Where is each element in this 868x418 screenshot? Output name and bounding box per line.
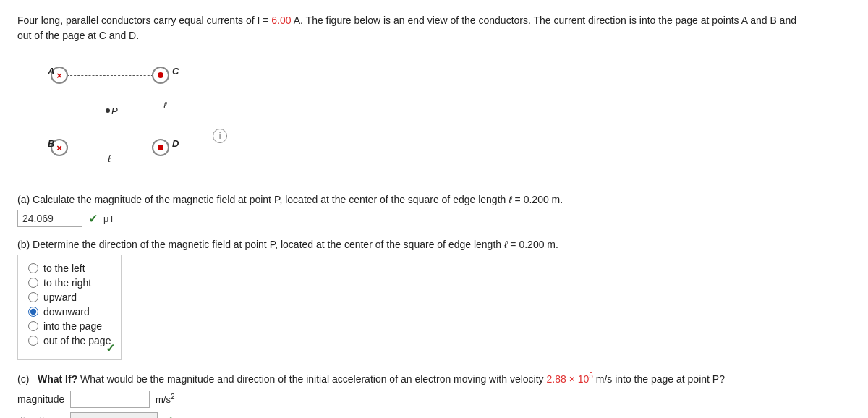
point-p-dot xyxy=(106,108,110,113)
label-c: C xyxy=(172,66,179,77)
magnitude-row: magnitude m/s2 xyxy=(17,391,851,408)
info-icon[interactable]: i xyxy=(213,129,227,143)
point-p-label: P xyxy=(111,106,118,116)
part-c-bold-label: What If? xyxy=(38,373,77,385)
part-b-options: to the left to the right upward downward… xyxy=(17,255,122,360)
part-a-checkmark: ✓ xyxy=(88,212,98,226)
part-a: (a) Calculate the magnitude of the magne… xyxy=(17,194,851,227)
magnitude-input[interactable] xyxy=(70,391,150,408)
magnitude-unit: m/s2 xyxy=(156,393,175,405)
node-d xyxy=(152,139,169,156)
part-a-unit: μT xyxy=(103,213,114,224)
part-c: (c) What If? What would be the magnitude… xyxy=(17,372,851,418)
into-page-icon-a: × xyxy=(56,70,62,81)
h-line-bot xyxy=(67,148,161,148)
option-out-of-page[interactable]: out of the page xyxy=(28,335,111,346)
problem-description: Four long, parallel conductors carry equ… xyxy=(17,13,813,43)
v-line-right xyxy=(161,75,161,148)
option-upward[interactable]: upward xyxy=(28,291,111,303)
part-a-input[interactable] xyxy=(17,210,82,227)
option-into-page[interactable]: into the page xyxy=(28,320,111,332)
h-line-top xyxy=(67,75,161,76)
velocity-exp-power: 5 xyxy=(589,372,593,380)
part-c-question: (c) What If? What would be the magnitude… xyxy=(17,372,851,385)
part-b-checkmark: ✓ xyxy=(106,341,115,355)
magnitude-label: magnitude xyxy=(17,393,64,405)
current-value: 6.00 xyxy=(271,14,291,26)
option-downward[interactable]: downward xyxy=(28,306,111,317)
node-c xyxy=(152,67,169,84)
label-d: D xyxy=(172,138,179,149)
ell-right-label: ℓ xyxy=(163,100,166,111)
part-b-question: (b) Determine the direction of the magne… xyxy=(17,239,851,250)
part-b: (b) Determine the direction of the magne… xyxy=(17,239,851,360)
direction-label: direction xyxy=(17,415,64,418)
option-to-the-left[interactable]: to the left xyxy=(28,263,111,274)
part-c-fields: magnitude m/s2 direction to the left to … xyxy=(17,391,851,418)
label-a: A xyxy=(48,66,54,77)
option-to-the-right[interactable]: to the right xyxy=(28,277,111,289)
label-b: B xyxy=(48,138,54,149)
velocity-value: 2.88 xyxy=(546,373,566,385)
part-a-question: (a) Calculate the magnitude of the magne… xyxy=(17,194,851,205)
direction-checkmark: ✓ xyxy=(163,414,173,418)
out-page-icon-c xyxy=(158,72,163,78)
out-page-icon-d xyxy=(158,145,163,150)
direction-row: direction to the left to the right upwar… xyxy=(17,412,851,418)
ell-bot-label: ℓ xyxy=(108,153,111,164)
v-line-left xyxy=(67,75,67,148)
direction-select[interactable]: to the left to the right upward downward… xyxy=(70,412,158,418)
into-page-icon-b: × xyxy=(56,142,62,153)
part-a-answer-row: ✓ μT xyxy=(17,210,851,227)
